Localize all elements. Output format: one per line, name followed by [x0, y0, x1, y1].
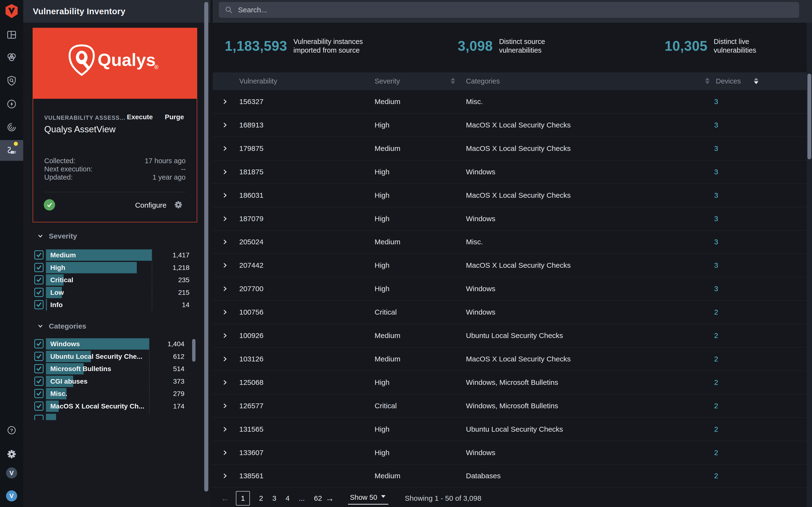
devices-link[interactable]: 3 — [714, 207, 718, 230]
table-row[interactable]: 207700HighWindows3 — [213, 277, 807, 300]
devices-link[interactable]: 3 — [714, 230, 718, 253]
checkbox-checked[interactable] — [34, 300, 44, 309]
filter-label[interactable]: Info — [50, 299, 63, 311]
page-size-dropdown[interactable]: Show 50 — [348, 493, 388, 505]
filter-label[interactable]: CGI abuses — [50, 376, 88, 387]
panel-scrollbar[interactable] — [204, 2, 208, 492]
avatar[interactable]: V — [6, 490, 17, 501]
table-row[interactable]: 186031HighMacOS X Local Security Checks3 — [213, 184, 807, 207]
table-row[interactable]: 179875MediumMacOS X Local Security Check… — [213, 137, 807, 160]
devices-link[interactable]: 2 — [714, 347, 718, 371]
vulcan-logo-icon[interactable] — [4, 3, 19, 19]
row-expand-chevron-icon[interactable] — [222, 160, 228, 183]
row-expand-chevron-icon[interactable] — [222, 394, 228, 417]
table-row[interactable]: 133607HighWindows2 — [213, 441, 807, 464]
row-expand-chevron-icon[interactable] — [222, 464, 228, 488]
checkbox-checked[interactable] — [34, 364, 44, 373]
row-expand-chevron-icon[interactable] — [222, 324, 228, 347]
row-expand-chevron-icon[interactable] — [222, 113, 228, 137]
table-row[interactable]: 126577CriticalWindows, Microsoft Bulleti… — [213, 394, 807, 418]
devices-link[interactable]: 3 — [714, 277, 718, 300]
main-scrollbar-track[interactable] — [807, 23, 812, 507]
row-expand-chevron-icon[interactable] — [222, 230, 228, 253]
page-button-3[interactable]: 3 — [272, 494, 276, 502]
row-expand-chevron-icon[interactable] — [222, 90, 228, 113]
devices-link[interactable]: 2 — [714, 464, 718, 488]
table-row[interactable]: 181875HighWindows3 — [213, 160, 807, 184]
sort-icon-categories[interactable] — [705, 78, 710, 84]
filter-label[interactable]: Ubuntu Local Security Che... — [50, 351, 142, 362]
checkbox-checked[interactable] — [34, 352, 44, 361]
sidebar-item-radar[interactable] — [0, 117, 23, 137]
execute-button[interactable]: Execute — [127, 113, 153, 121]
filter-label[interactable]: High — [50, 262, 65, 273]
devices-link[interactable]: 3 — [714, 254, 718, 277]
sidebar-item-venn-circles[interactable] — [0, 47, 23, 68]
arrow-left-icon[interactable]: ← — [220, 493, 231, 503]
table-row[interactable]: 156327MediumMisc.3 — [213, 90, 807, 113]
checkbox-checked[interactable] — [34, 377, 44, 386]
devices-link[interactable]: 2 — [714, 324, 718, 347]
table-row[interactable]: 205024MediumMisc.3 — [213, 230, 807, 254]
purge-button[interactable]: Purge — [165, 113, 184, 121]
devices-link[interactable]: 3 — [714, 137, 718, 160]
search-input[interactable] — [238, 2, 799, 17]
filter-bar[interactable] — [46, 299, 47, 311]
table-row[interactable]: 100926MediumUbuntu Local Security Checks… — [213, 324, 807, 347]
page-button-4[interactable]: 4 — [286, 494, 290, 502]
row-expand-chevron-icon[interactable] — [222, 441, 228, 464]
row-expand-chevron-icon[interactable] — [222, 207, 228, 230]
page-button-2[interactable]: 2 — [259, 494, 263, 502]
devices-link[interactable]: 2 — [714, 394, 718, 417]
checkbox-checked[interactable] — [34, 339, 44, 348]
filter-label[interactable]: Misc. — [50, 388, 67, 399]
row-expand-chevron-icon[interactable] — [222, 254, 228, 277]
table-row[interactable]: 100756CriticalWindows2 — [213, 300, 807, 324]
devices-link[interactable]: 2 — [714, 371, 718, 394]
devices-link[interactable]: 3 — [714, 113, 718, 137]
row-expand-chevron-icon[interactable] — [222, 418, 228, 441]
checkbox-checked[interactable] — [34, 401, 44, 411]
sidebar-item-connector-plug[interactable] — [0, 140, 23, 161]
severity-section-header[interactable]: Severity — [23, 231, 77, 241]
table-row[interactable]: 131565HighUbuntu Local Security Checks2 — [213, 418, 807, 441]
row-expand-chevron-icon[interactable] — [222, 277, 228, 300]
table-row[interactable]: 168913HighMacOS X Local Security Checks3 — [213, 113, 807, 137]
devices-link[interactable]: 3 — [714, 160, 718, 183]
filter-label[interactable]: MacOS X Local Security Ch... — [50, 400, 144, 412]
checkbox-checked[interactable] — [34, 263, 44, 272]
sidebar-item-help-circle[interactable]: ? — [0, 420, 23, 441]
filter-label[interactable]: Critical — [50, 274, 73, 286]
checkbox-checked[interactable] — [34, 389, 44, 398]
devices-link[interactable]: 3 — [714, 184, 718, 207]
avatar[interactable]: V — [6, 467, 17, 478]
table-row[interactable]: 138561MediumDatabases2 — [213, 464, 807, 488]
filter-label[interactable]: Microsoft Bulletins — [50, 363, 111, 375]
row-expand-chevron-icon[interactable] — [222, 184, 228, 207]
page-button-62[interactable]: 62 — [314, 494, 322, 502]
arrow-right-icon[interactable]: → — [324, 493, 335, 503]
devices-link[interactable]: 3 — [714, 90, 718, 113]
filter-label[interactable]: Low — [50, 287, 64, 298]
table-row[interactable]: 207442HighMacOS X Local Security Checks3 — [213, 254, 807, 277]
checkbox-checked[interactable] — [34, 288, 44, 297]
sort-icon-severity[interactable] — [451, 78, 455, 84]
table-row[interactable]: 187079HighWindows3 — [213, 207, 807, 231]
categories-scrollbar[interactable] — [192, 339, 196, 362]
filter-label[interactable]: Windows — [50, 338, 80, 350]
page-button-1[interactable]: 1 — [236, 491, 250, 506]
devices-link[interactable]: 2 — [714, 300, 718, 324]
categories-section-header[interactable]: Categories — [23, 321, 86, 331]
sidebar-item-shield-search[interactable] — [0, 70, 23, 91]
row-expand-chevron-icon[interactable] — [222, 347, 228, 371]
sidebar-item-gear[interactable] — [0, 444, 23, 464]
configure-gear-icon[interactable] — [173, 200, 184, 211]
sidebar-item-lightning-circle[interactable] — [0, 94, 23, 114]
row-expand-chevron-icon[interactable] — [222, 137, 228, 160]
sort-icon-devices-active[interactable] — [754, 78, 758, 84]
main-scrollbar-thumb[interactable] — [807, 74, 811, 159]
sidebar-item-dashboard-grid[interactable] — [0, 24, 23, 45]
row-expand-chevron-icon[interactable] — [222, 300, 228, 324]
table-row[interactable]: 103126MediumMacOS X Local Security Check… — [213, 347, 807, 371]
configure-button[interactable]: Configure — [135, 201, 166, 209]
